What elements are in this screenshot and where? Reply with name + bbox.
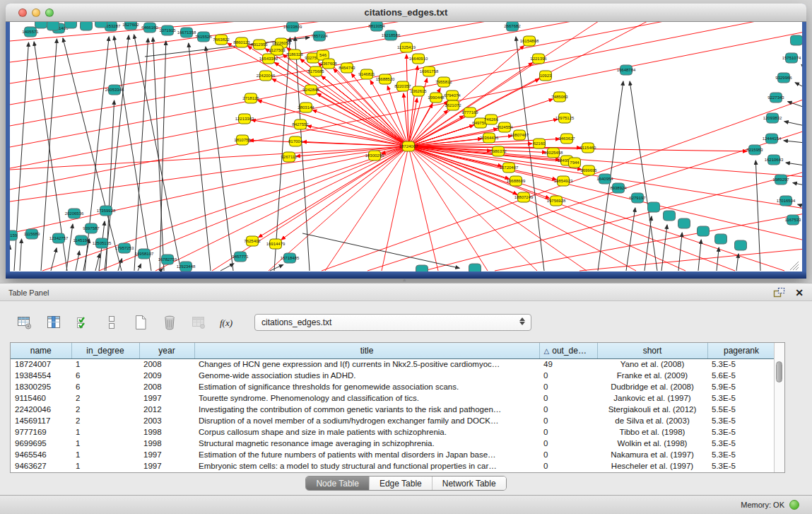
graph-node[interactable] xyxy=(95,22,107,28)
graph-node[interactable]: 2367608 xyxy=(320,59,337,69)
graph-node[interactable]: 16958107 xyxy=(135,249,154,259)
table-row[interactable]: 911546021997Tourette syndrome. Phenomeno… xyxy=(11,392,775,404)
table-row[interactable]: 2242004622012Investigating the contribut… xyxy=(11,404,775,415)
graph-node[interactable]: 8912955 xyxy=(251,40,268,49)
window-titlebar[interactable]: citations_edges.txt xyxy=(6,4,806,22)
graph-node[interactable]: 16782759 xyxy=(158,255,177,264)
graph-node[interactable]: 20364436 xyxy=(480,133,499,143)
graph-node[interactable]: 9115460 xyxy=(580,143,597,153)
table-row[interactable]: 977716911998Corpus callosum shape and si… xyxy=(11,426,775,438)
table-row[interactable]: 1830029562008Estimation of significance … xyxy=(11,381,775,392)
table-row[interactable]: 1938455462009Genome-wide association stu… xyxy=(11,370,775,381)
graph-node[interactable]: 15751074 xyxy=(782,53,801,63)
network-table-select[interactable]: citations_edges.txt xyxy=(254,314,531,331)
new-table-icon[interactable] xyxy=(131,313,150,332)
graph-node[interactable]: 6466160 xyxy=(141,23,158,33)
table-settings-icon[interactable] xyxy=(16,313,34,332)
table-row[interactable]: 969969511998Structural magnetic resonanc… xyxy=(11,438,775,449)
graph-node[interactable]: 1640954 xyxy=(596,174,613,184)
column-visibility-icon[interactable] xyxy=(45,313,63,332)
column-header-year[interactable]: year xyxy=(139,343,194,358)
graph-node[interactable] xyxy=(65,22,77,28)
graph-node[interactable]: 15720407 xyxy=(500,163,519,173)
graph-node[interactable]: 18807249 xyxy=(514,192,534,202)
graph-node[interactable] xyxy=(791,35,803,45)
close-panel-icon[interactable]: ✕ xyxy=(795,288,804,298)
graph-node[interactable]: 3624554 xyxy=(496,122,513,132)
graph-node[interactable]: 7857224 xyxy=(311,31,328,41)
graph-node[interactable]: 16154808 xyxy=(520,36,539,46)
tab-edge-table[interactable]: Edge Table xyxy=(369,477,432,490)
graph-node[interactable]: 9227343 xyxy=(767,93,784,103)
function-builder-icon[interactable]: f(x) xyxy=(218,313,237,332)
graph-node[interactable]: 12213383 xyxy=(235,114,254,124)
graph-node[interactable]: 16914479 xyxy=(266,239,286,249)
graph-node[interactable]: 817004 xyxy=(288,136,303,146)
graph-node[interactable]: 39159 xyxy=(10,230,18,240)
graph-node[interactable]: 16033809 xyxy=(283,22,302,32)
graph-node[interactable]: 1167533 xyxy=(785,215,802,225)
graph-node[interactable]: 7944 xyxy=(569,158,581,168)
column-header-outde[interactable]: △out_de… xyxy=(539,343,597,358)
graph-node[interactable]: 1221396 xyxy=(530,54,547,64)
table-vertical-scrollbar[interactable] xyxy=(774,343,784,472)
graph-node[interactable]: 2718126 xyxy=(242,93,259,103)
graph-node[interactable]: 1990448 xyxy=(428,93,445,103)
graph-node[interactable] xyxy=(678,218,690,228)
graph-node[interactable]: 16648784 xyxy=(617,65,636,75)
graph-node[interactable]: 9457771 xyxy=(232,252,249,262)
graph-node[interactable]: 6279197 xyxy=(629,193,646,203)
graph-node[interactable]: 10025458 xyxy=(544,148,563,158)
column-header-short[interactable]: short xyxy=(597,343,707,358)
graph-node[interactable]: 12444154 xyxy=(763,134,782,144)
tab-node-table[interactable]: Node Table xyxy=(306,477,369,490)
graph-node[interactable] xyxy=(35,22,47,28)
select-rows-icon[interactable] xyxy=(73,313,92,332)
column-header-pagerank[interactable]: pagerank xyxy=(707,343,775,358)
graph-node[interactable]: 1527602 xyxy=(122,22,139,30)
graph-node[interactable]: 8427552 xyxy=(292,119,309,129)
graph-node[interactable]: 17957253 xyxy=(115,243,134,253)
graph-node[interactable]: 7485063 xyxy=(551,92,568,102)
graph-node[interactable]: 9463627 xyxy=(558,134,575,144)
table-row[interactable]: 1456911722003Disruption of a novel membe… xyxy=(11,415,775,426)
graph-node[interactable]: 8454743 xyxy=(339,63,355,73)
splitter-grip-icon[interactable]: ▴ xyxy=(403,276,406,283)
table-row[interactable]: 946554611997Estimation of the future num… xyxy=(11,449,775,460)
column-header-indegree[interactable]: in_degree xyxy=(71,343,139,358)
graph-node[interactable]: 9146821 xyxy=(358,69,375,79)
network-canvas[interactable]: 1405571206914061065328715276026466160107… xyxy=(10,22,802,271)
graph-node[interactable]: 2803144 xyxy=(298,103,314,112)
graph-node[interactable]: 20206536 xyxy=(65,209,84,218)
graph-node[interactable]: 6794074 xyxy=(444,90,461,100)
graph-node[interactable]: 1115689 xyxy=(24,229,40,239)
scrollbar-thumb[interactable] xyxy=(776,361,782,382)
delete-table-icon[interactable] xyxy=(160,313,179,332)
graph-node[interactable]: 8813054 xyxy=(368,22,385,31)
graph-node[interactable] xyxy=(648,202,660,212)
graph-node[interactable]: 12093832 xyxy=(763,113,782,123)
graph-node[interactable]: 9397587 xyxy=(83,223,100,233)
column-header-title[interactable]: title xyxy=(194,343,539,358)
graph-node[interactable]: 1145194 xyxy=(73,235,90,245)
tab-network-table[interactable]: Network Table xyxy=(432,477,506,490)
graph-node[interactable]: 16671358 xyxy=(177,28,196,37)
graph-node[interactable] xyxy=(698,226,710,236)
graph-node[interactable]: 16210643 xyxy=(765,155,784,165)
graph-node[interactable]: 12505135 xyxy=(93,238,112,248)
column-header-name[interactable]: name xyxy=(11,343,71,358)
graph-node[interactable]: 746266 xyxy=(484,115,499,124)
graph-node[interactable]: 12975125 xyxy=(555,113,575,123)
graph-node[interactable]: 9267110 xyxy=(281,152,298,162)
graph-node[interactable]: 12342757 xyxy=(49,233,69,243)
graph-node[interactable] xyxy=(81,22,93,30)
table-row[interactable]: 946362711997Embryonic stem cells: a mode… xyxy=(11,460,775,472)
graph-node[interactable]: 17359928 xyxy=(97,206,116,216)
graph-node[interactable]: 8186328 xyxy=(286,49,303,59)
graph-node[interactable] xyxy=(469,264,481,271)
graph-node[interactable]: 62160 xyxy=(534,139,546,148)
graph-node[interactable] xyxy=(416,265,428,271)
graph-node[interactable] xyxy=(735,240,747,250)
row-height-icon[interactable] xyxy=(102,313,121,332)
float-panel-icon[interactable] xyxy=(773,287,785,298)
